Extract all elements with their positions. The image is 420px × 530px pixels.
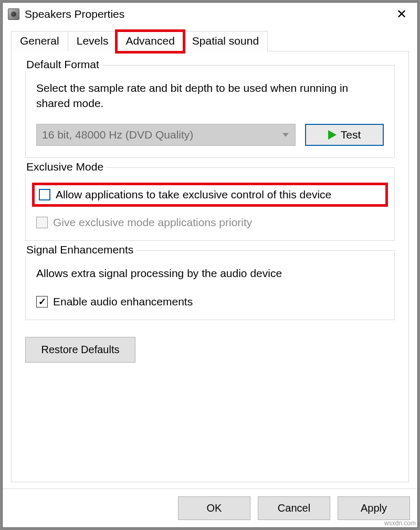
signal-desc: Allows extra signal processing by the au… bbox=[36, 266, 384, 281]
watermark: wsxdn.com bbox=[384, 520, 416, 527]
default-format-desc: Select the sample rate and bit depth to … bbox=[36, 80, 384, 111]
ok-button[interactable]: OK bbox=[178, 496, 250, 520]
enable-enhancements-label: Enable audio enhancements bbox=[53, 295, 193, 308]
group-signal-enhancements: Signal Enhancements Allows extra signal … bbox=[25, 250, 395, 320]
priority-checkbox bbox=[36, 217, 48, 228]
speakers-properties-window: Speakers Properties ✕ General Levels Adv… bbox=[2, 2, 418, 528]
group-title-default-format: Default Format bbox=[23, 58, 102, 71]
priority-label: Give exclusive mode applications priorit… bbox=[53, 216, 252, 229]
restore-defaults-button[interactable]: Restore Defaults bbox=[25, 337, 135, 363]
group-title-signal: Signal Enhancements bbox=[23, 243, 136, 256]
tab-levels[interactable]: Levels bbox=[68, 31, 118, 51]
tab-panel-advanced: Default Format Select the sample rate an… bbox=[11, 51, 409, 482]
group-default-format: Default Format Select the sample rate an… bbox=[25, 65, 395, 158]
test-button[interactable]: Test bbox=[305, 124, 384, 146]
tab-spatial-sound[interactable]: Spatial sound bbox=[183, 31, 268, 51]
play-icon bbox=[328, 130, 337, 140]
allow-exclusive-label: Allow applications to take exclusive con… bbox=[56, 188, 331, 201]
group-exclusive-mode: Exclusive Mode Allow applications to tak… bbox=[25, 167, 395, 241]
tab-row: General Levels Advanced Spatial sound bbox=[11, 31, 409, 51]
allow-exclusive-checkbox[interactable] bbox=[39, 189, 50, 200]
cancel-button[interactable]: Cancel bbox=[258, 496, 330, 520]
test-button-label: Test bbox=[341, 129, 361, 141]
default-format-select[interactable]: 16 bit, 48000 Hz (DVD Quality) bbox=[36, 124, 296, 146]
titlebar: Speakers Properties ✕ bbox=[3, 3, 417, 27]
dialog-body: General Levels Advanced Spatial sound De… bbox=[3, 27, 417, 489]
window-title: Speakers Properties bbox=[25, 8, 124, 20]
apply-button[interactable]: Apply bbox=[338, 496, 410, 520]
enable-enhancements-checkbox[interactable] bbox=[36, 296, 48, 308]
tab-advanced[interactable]: Advanced bbox=[117, 31, 183, 52]
dialog-button-bar: OK Cancel Apply bbox=[3, 489, 417, 527]
speaker-icon bbox=[8, 8, 19, 20]
highlight-allow-exclusive: Allow applications to take exclusive con… bbox=[32, 183, 388, 207]
tab-general[interactable]: General bbox=[11, 31, 68, 51]
close-icon[interactable]: ✕ bbox=[391, 7, 412, 22]
group-title-exclusive: Exclusive Mode bbox=[23, 161, 107, 173]
